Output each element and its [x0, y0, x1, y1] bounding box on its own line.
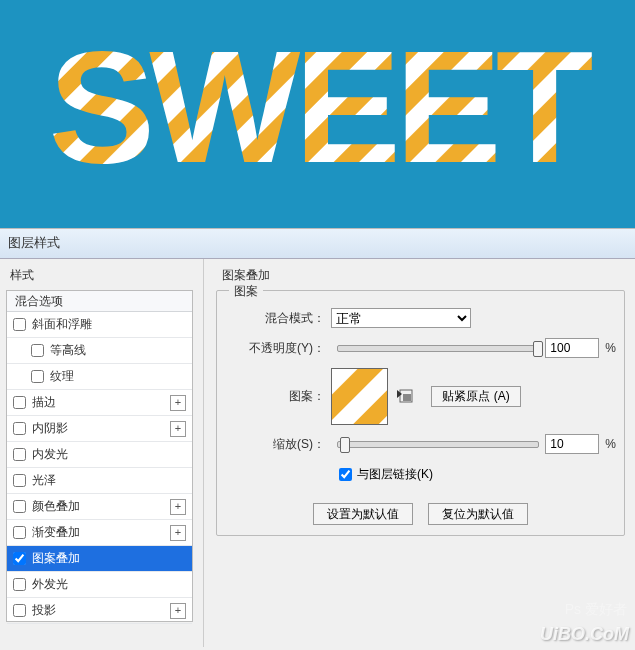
dialog-title: 图层样式 — [8, 235, 60, 250]
watermark-domain: UiBO.CoM — [540, 624, 629, 645]
style-checkbox[interactable] — [13, 318, 26, 331]
pattern-swatch-wrap[interactable] — [331, 368, 388, 425]
style-item-渐变叠加[interactable]: 渐变叠加+ — [7, 520, 192, 546]
link-row: 与图层链接(K) — [335, 459, 616, 489]
style-item-等高线[interactable]: 等高线 — [7, 338, 192, 364]
default-buttons-row: 设置为默认值 复位为默认值 — [225, 503, 616, 525]
style-checkbox[interactable] — [13, 448, 26, 461]
style-label: 光泽 — [32, 472, 186, 489]
style-label: 等高线 — [50, 342, 186, 359]
link-layer-label: 与图层链接(K) — [357, 466, 433, 483]
opacity-row: 不透明度(Y)： 100 % — [225, 333, 616, 363]
style-checkbox[interactable] — [13, 474, 26, 487]
add-effect-icon[interactable]: + — [170, 499, 186, 515]
style-label: 内阴影 — [32, 420, 170, 437]
styles-listbox: 混合选项 斜面和浮雕等高线纹理描边+内阴影+内发光光泽颜色叠加+渐变叠加+图案叠… — [6, 290, 193, 622]
opacity-unit: % — [605, 341, 616, 355]
styles-pane: 样式 混合选项 斜面和浮雕等高线纹理描边+内阴影+内发光光泽颜色叠加+渐变叠加+… — [0, 259, 204, 647]
pattern-overlay-title: 图案叠加 — [222, 267, 625, 284]
style-item-外发光[interactable]: 外发光 — [7, 572, 192, 598]
pattern-dropdown-icon[interactable] — [397, 390, 402, 398]
style-label: 外发光 — [32, 576, 186, 593]
style-checkbox[interactable] — [13, 500, 26, 513]
document-canvas: SWEET — [0, 0, 635, 229]
style-item-内阴影[interactable]: 内阴影+ — [7, 416, 192, 442]
style-item-颜色叠加[interactable]: 颜色叠加+ — [7, 494, 192, 520]
style-label: 斜面和浮雕 — [32, 316, 186, 333]
scale-input[interactable]: 10 — [545, 434, 599, 454]
scale-label: 缩放(S)： — [225, 436, 331, 453]
style-label: 渐变叠加 — [32, 524, 170, 541]
sweet-text-art: SWEET — [0, 12, 635, 212]
add-effect-icon[interactable]: + — [170, 421, 186, 437]
watermark-brand: Ps 爱好者 — [565, 601, 627, 619]
style-checkbox[interactable] — [13, 578, 26, 591]
make-default-button[interactable]: 设置为默认值 — [313, 503, 413, 525]
svg-text:SWEET: SWEET — [49, 17, 593, 196]
pattern-label: 图案： — [225, 388, 331, 405]
dialog-titlebar: 图层样式 — [0, 229, 635, 259]
pattern-legend: 图案 — [229, 283, 263, 300]
style-item-斜面和浮雕[interactable]: 斜面和浮雕 — [7, 312, 192, 338]
style-checkbox[interactable] — [31, 370, 44, 383]
styles-section-title: 样式 — [10, 267, 203, 284]
opacity-input[interactable]: 100 — [545, 338, 599, 358]
style-checkbox[interactable] — [31, 344, 44, 357]
snap-origin-button[interactable]: 贴紧原点 (A) — [431, 386, 521, 407]
style-checkbox[interactable] — [13, 396, 26, 409]
scale-thumb[interactable] — [340, 437, 350, 453]
scale-row: 缩放(S)： 10 % — [225, 429, 616, 459]
style-label: 描边 — [32, 394, 170, 411]
blend-mode-label: 混合模式： — [225, 310, 331, 327]
style-checkbox[interactable] — [13, 604, 26, 617]
scale-unit: % — [605, 437, 616, 451]
layer-style-dialog: 样式 混合选项 斜面和浮雕等高线纹理描边+内阴影+内发光光泽颜色叠加+渐变叠加+… — [0, 259, 635, 647]
style-item-光泽[interactable]: 光泽 — [7, 468, 192, 494]
blend-mode-row: 混合模式： 正常 — [225, 303, 616, 333]
style-label: 颜色叠加 — [32, 498, 170, 515]
svg-rect-5 — [403, 394, 411, 401]
scale-slider[interactable] — [337, 441, 539, 448]
pattern-swatch[interactable] — [331, 368, 388, 425]
reset-default-button[interactable]: 复位为默认值 — [428, 503, 528, 525]
style-checkbox[interactable] — [13, 422, 26, 435]
style-label: 纹理 — [50, 368, 186, 385]
opacity-slider[interactable] — [337, 345, 539, 352]
style-checkbox[interactable] — [13, 552, 26, 565]
blend-mode-select[interactable]: 正常 — [331, 308, 471, 328]
style-item-描边[interactable]: 描边+ — [7, 390, 192, 416]
svg-rect-3 — [332, 369, 387, 424]
pattern-row: 图案： 贴紧原点 (A) — [225, 363, 616, 429]
style-item-图案叠加[interactable]: 图案叠加 — [7, 546, 192, 572]
style-label: 投影 — [32, 602, 170, 619]
opacity-label: 不透明度(Y)： — [225, 340, 331, 357]
style-label: 内发光 — [32, 446, 186, 463]
add-effect-icon[interactable]: + — [170, 395, 186, 411]
add-effect-icon[interactable]: + — [170, 603, 186, 619]
link-layer-checkbox[interactable] — [339, 468, 352, 481]
blending-options-header[interactable]: 混合选项 — [7, 291, 192, 312]
options-pane: 图案叠加 图案 混合模式： 正常 不透明度(Y)： 100 % 图案： — [204, 259, 635, 647]
style-label: 图案叠加 — [32, 550, 186, 567]
style-item-内发光[interactable]: 内发光 — [7, 442, 192, 468]
style-checkbox[interactable] — [13, 526, 26, 539]
style-item-投影[interactable]: 投影+ — [7, 598, 192, 624]
opacity-thumb[interactable] — [533, 341, 543, 357]
pattern-fieldset: 图案 混合模式： 正常 不透明度(Y)： 100 % 图案： — [216, 290, 625, 536]
style-item-纹理[interactable]: 纹理 — [7, 364, 192, 390]
add-effect-icon[interactable]: + — [170, 525, 186, 541]
